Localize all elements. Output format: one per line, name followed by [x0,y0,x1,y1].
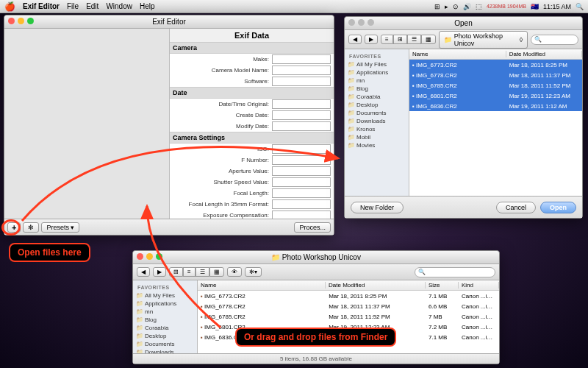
search-input[interactable]: 🔍 [531,35,578,45]
favorites-sidebar: FAVORITES All My FilesApplicationsmnBlog… [345,49,409,196]
modify-date-field[interactable] [272,121,331,131]
make-field[interactable] [272,54,331,64]
column-name[interactable]: Name [198,282,326,289]
window-controls[interactable] [8,18,34,24]
focal-35mm-field[interactable] [272,199,331,209]
add-files-button[interactable]: + [7,222,21,233]
file-row[interactable]: IMG_6778.CR2Mar 18, 2011 11:37 PM6.6 MBC… [198,301,499,311]
sidebar-item[interactable]: Documents [346,109,407,117]
model-field[interactable] [272,66,331,75]
iso-field[interactable] [272,144,331,154]
new-folder-button[interactable]: New Folder [351,202,404,213]
open-button[interactable]: Open [540,202,576,213]
menubar-extra-icon[interactable]: ▸ [445,3,448,10]
callout-open-files: Open files here [9,243,90,262]
process-button[interactable]: Proces... [294,222,331,233]
file-row[interactable]: IMG_6778.CR2Mar 18, 2011 11:37 PM [409,70,582,80]
sidebar-item[interactable]: Documents [135,340,196,348]
sidebar-item[interactable]: Downloads [346,117,407,125]
apple-menu-icon[interactable]: 🍎 [4,1,15,12]
aperture-field[interactable] [272,166,331,176]
exposure-comp-field[interactable] [272,210,331,219]
sidebar-item[interactable]: Coraabia [135,324,196,332]
column-size[interactable]: Size [426,282,459,289]
file-row[interactable]: IMG_6801.CR2Mar 19, 2011 12:23 AM [409,91,582,101]
presets-button[interactable]: Presets ▾ [41,222,79,233]
window-controls[interactable] [348,19,374,26]
window-controls[interactable] [137,253,162,260]
section-camera: Camera [170,42,334,54]
forward-button[interactable]: ▶ [153,267,166,277]
sidebar-item[interactable]: Movies [346,141,407,149]
focal-length-field[interactable] [272,188,331,198]
field-label: Create Date: [173,112,269,118]
window-title: 📁 Photo Workshop Unicov [271,253,361,261]
forward-button[interactable]: ▶ [365,35,378,44]
menubar-extra-icon[interactable]: ⊞ [434,3,440,10]
file-row[interactable]: IMG_6785.CR2Mar 18, 2011 11:52 PM7 MBCan… [198,311,499,322]
menu-window[interactable]: Window [106,2,132,10]
menubar-dropbox-icon[interactable]: ⬚ [476,3,482,10]
create-date-field[interactable] [272,110,331,120]
view-mode-segment[interactable]: ⊞≡☰▦ [169,267,224,277]
menubar-clock[interactable]: 11:15 AM [543,3,571,10]
sidebar-item[interactable]: All My Files [346,60,407,68]
sidebar-item[interactable]: Mobil [346,133,407,141]
sidebar-item[interactable]: Blog [135,316,196,324]
callout-drag-drop: Or drag and drop files from Finder [235,328,396,347]
menu-file[interactable]: File [67,2,79,10]
back-button[interactable]: ◀ [348,35,362,44]
menubar-extra-icon[interactable]: ⊙ [453,3,459,10]
sidebar-item[interactable]: Desktop [346,101,407,109]
field-label: F Number: [173,157,269,163]
sidebar-item[interactable]: Downloads [135,348,196,353]
sidebar-item[interactable]: Desktop [135,332,196,340]
file-row[interactable]: IMG_6773.CR2Mar 18, 2011 8:25 PM7.1 MBCa… [198,291,499,301]
back-button[interactable]: ◀ [137,267,150,277]
field-label: ISO: [173,146,269,152]
actions-button[interactable]: ✻▾ [245,267,262,277]
sidebar-item[interactable]: Kronos [346,125,407,133]
file-row[interactable]: IMG_6785.CR2Mar 18, 2011 11:52 PM [409,80,582,91]
sidebar-item[interactable]: mn [346,77,407,85]
sidebar-item[interactable]: Coraabia [346,93,407,101]
field-label: Date/Time Original: [173,101,269,107]
search-input[interactable]: 🔍 [415,267,495,277]
menu-edit[interactable]: Edit [86,2,98,10]
app-name[interactable]: Exif Editor [23,2,60,10]
file-row[interactable]: IMG_6773.CR2Mar 18, 2011 8:25 PM [409,60,582,70]
panel-heading: Exif Data [170,29,334,42]
file-row[interactable]: IMG_6836.CR2Mar 19, 2011 1:12 AM [409,101,582,111]
path-dropdown[interactable]: 📁 Photo Workshop Unicov ◊ [439,31,528,49]
menubar-memory[interactable]: 4238MB 1904MB [487,4,526,9]
sidebar-item[interactable]: All My Files [135,291,196,300]
column-date[interactable]: Date Modified [506,51,582,57]
sidebar-item[interactable]: Blog [346,85,407,93]
quicklook-button[interactable]: 👁 [227,267,242,277]
view-mode-segment[interactable]: ≡⊞☰▦ [381,35,436,44]
sidebar-item[interactable]: Applications [135,300,196,308]
spotlight-icon[interactable]: 🔍 [576,3,584,10]
software-field[interactable] [272,77,331,86]
cancel-button[interactable]: Cancel [496,202,536,213]
sidebar-item[interactable]: mn [135,308,196,316]
menu-help[interactable]: Help [140,2,155,10]
menubar-volume-icon[interactable]: 🔊 [463,3,471,10]
field-label: Aperture Value: [173,168,269,174]
sidebar-item[interactable]: Applications [346,68,407,77]
field-label: Software: [173,78,269,85]
shutter-field[interactable] [272,177,331,187]
titlebar[interactable]: Open [345,17,582,30]
column-kind[interactable]: Kind [459,282,499,289]
titlebar[interactable]: Exif Editor [4,15,334,29]
titlebar[interactable]: 📁 Photo Workshop Unicov [133,251,499,264]
file-list-panel[interactable] [4,29,170,219]
actions-menu-button[interactable]: ✻ [23,222,39,233]
datetime-original-field[interactable] [272,99,331,109]
finder-window: 📁 Photo Workshop Unicov ◀▶ ⊞≡☰▦ 👁 ✻▾ 🔍 F… [132,250,500,364]
column-name[interactable]: Name [409,51,506,57]
fnumber-field[interactable] [272,155,331,165]
column-date[interactable]: Date Modified [326,282,426,289]
menubar-flag-icon[interactable]: 🇦🇺 [531,3,539,10]
section-date: Date [170,87,334,99]
